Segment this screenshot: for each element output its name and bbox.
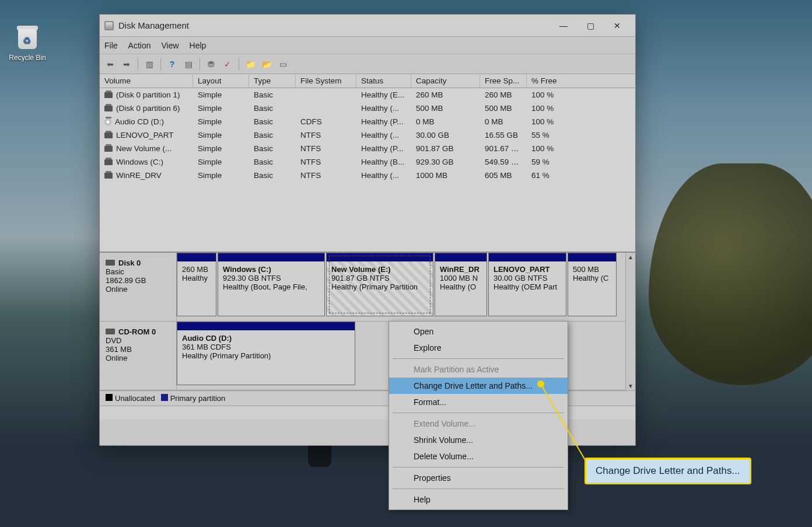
context-menu-item[interactable]: Shrink Volume... bbox=[389, 432, 568, 448]
col-filesystem[interactable]: File System bbox=[296, 74, 356, 88]
partition-bar bbox=[568, 253, 616, 261]
context-menu-item[interactable]: Explore bbox=[389, 340, 568, 356]
disk-label[interactable]: Disk 0Basic1862.89 GBOnline bbox=[100, 253, 177, 321]
col-status[interactable]: Status bbox=[356, 74, 411, 88]
toolbar-sep bbox=[138, 58, 138, 71]
menu-help[interactable]: Help bbox=[190, 41, 206, 50]
partition-bar bbox=[177, 253, 216, 261]
drive-icon bbox=[104, 92, 113, 98]
properties-icon[interactable]: ▤ bbox=[181, 57, 195, 71]
folder-up-icon[interactable]: 📁 bbox=[243, 57, 257, 71]
minimize-button[interactable]: — bbox=[550, 17, 577, 34]
back-icon[interactable]: ⬅ bbox=[103, 57, 117, 71]
drive-icon bbox=[104, 106, 113, 111]
callout-dot bbox=[537, 381, 544, 388]
partition-block[interactable]: New Volume (E:)901.87 GB NTFSHealthy (Pr… bbox=[326, 253, 433, 316]
volume-row[interactable]: (Disk 0 partition 6)SimpleBasicHealthy (… bbox=[100, 102, 635, 115]
context-menu-item[interactable]: Delete Volume... bbox=[389, 448, 568, 465]
check-icon[interactable]: ✓ bbox=[220, 57, 235, 71]
col-layout[interactable]: Layout bbox=[193, 74, 249, 88]
recycle-bin-icon: ♻ bbox=[13, 23, 41, 51]
scroll-up-icon[interactable]: ▲ bbox=[626, 253, 635, 261]
maximize-button[interactable]: ▢ bbox=[577, 17, 604, 34]
menubar: File Action View Help bbox=[100, 37, 635, 54]
titlebar[interactable]: Disk Management — ▢ ✕ bbox=[100, 15, 635, 37]
drive-icon bbox=[104, 146, 113, 152]
drive-icon bbox=[104, 132, 113, 138]
callout-box: Change Drive Letter and Paths... bbox=[584, 458, 751, 484]
toolbar-sep bbox=[200, 58, 200, 71]
volume-list: Volume Layout Type File System Status Ca… bbox=[100, 74, 635, 252]
context-menu-separator bbox=[393, 413, 564, 413]
drive-icon bbox=[104, 173, 113, 179]
disk-view-scrollbar[interactable]: ▲ ▼ bbox=[625, 253, 635, 390]
legend-primary-label: Primary partition bbox=[170, 394, 226, 403]
partition-block[interactable]: 500 MBHealthy (C bbox=[568, 253, 617, 316]
col-volume[interactable]: Volume bbox=[100, 74, 193, 88]
app-icon bbox=[104, 21, 114, 30]
forward-icon[interactable]: ➡ bbox=[120, 57, 134, 71]
partition-block[interactable]: Audio CD (D:)361 MB CDFSHealthy (Primary… bbox=[177, 322, 355, 385]
context-menu-separator bbox=[393, 467, 564, 467]
disk-icon bbox=[106, 260, 115, 266]
col-capacity[interactable]: Capacity bbox=[411, 74, 480, 88]
col-pctfree[interactable]: % Free bbox=[527, 74, 590, 88]
recycle-bin[interactable]: ♻ Recycle Bin bbox=[7, 23, 48, 62]
context-menu-item[interactable]: Format... bbox=[389, 394, 568, 410]
context-menu-item[interactable]: Open bbox=[389, 323, 568, 340]
partition-bar bbox=[327, 253, 433, 261]
disk-icon[interactable]: ⛃ bbox=[204, 57, 218, 71]
context-menu-item[interactable]: Properties bbox=[389, 470, 568, 486]
volume-row[interactable]: (Disk 0 partition 1)SimpleBasicHealthy (… bbox=[100, 88, 635, 102]
context-menu-separator bbox=[393, 358, 564, 359]
toolbar-sep bbox=[239, 58, 239, 71]
col-type[interactable]: Type bbox=[249, 74, 296, 88]
context-menu-item: Extend Volume... bbox=[389, 416, 568, 432]
context-menu: OpenExploreMark Partition as ActiveChang… bbox=[388, 321, 568, 510]
window-icon[interactable]: ▭ bbox=[276, 57, 290, 71]
callout-text: Change Drive Letter and Paths... bbox=[596, 465, 740, 476]
volume-row[interactable]: New Volume (...SimpleBasicNTFSHealthy (P… bbox=[100, 142, 635, 155]
partition-block[interactable]: WinRE_DR1000 MB NHealthy (O bbox=[435, 253, 487, 316]
scroll-down-icon[interactable]: ▼ bbox=[626, 382, 635, 390]
volume-row[interactable]: WinRE_DRVSimpleBasicNTFSHealthy (...1000… bbox=[100, 169, 635, 182]
volume-row[interactable]: Windows (C:)SimpleBasicNTFSHealthy (B...… bbox=[100, 155, 635, 169]
disk-row: Disk 0Basic1862.89 GBOnline260 MBHealthy… bbox=[100, 253, 635, 322]
recycle-bin-label: Recycle Bin bbox=[7, 54, 48, 62]
legend-unallocated-label: Unallocated bbox=[115, 394, 155, 403]
toolbar: ⬅ ➡ ▥ ? ▤ ⛃ ✓ 📁 📂 ▭ bbox=[100, 54, 635, 74]
legend-unallocated-swatch bbox=[106, 394, 113, 401]
disk-label[interactable]: CD-ROM 0DVD361 MBOnline bbox=[100, 322, 177, 390]
context-menu-item: Mark Partition as Active bbox=[389, 361, 568, 378]
legend-primary-swatch bbox=[161, 394, 168, 401]
menu-action[interactable]: Action bbox=[128, 41, 151, 50]
partition-block[interactable]: LENOVO_PART30.00 GB NTFSHealthy (OEM Par… bbox=[488, 253, 566, 316]
menu-file[interactable]: File bbox=[104, 41, 118, 50]
partition-bar bbox=[177, 322, 355, 330]
help-icon[interactable]: ? bbox=[165, 57, 179, 71]
col-free[interactable]: Free Sp... bbox=[480, 74, 527, 88]
context-menu-item[interactable]: Help bbox=[389, 491, 568, 508]
partition-bar bbox=[489, 253, 566, 261]
partition-bar bbox=[218, 253, 324, 261]
drive-icon bbox=[104, 159, 113, 165]
partition-bar bbox=[435, 253, 487, 261]
show-hide-tree-icon[interactable]: ▥ bbox=[142, 57, 156, 71]
toolbar-sep bbox=[160, 58, 161, 71]
context-menu-separator bbox=[393, 488, 564, 489]
volume-row[interactable]: LENOVO_PARTSimpleBasicNTFSHealthy (...30… bbox=[100, 128, 635, 142]
menu-view[interactable]: View bbox=[161, 41, 178, 50]
partition-block[interactable]: Windows (C:)929.30 GB NTFSHealthy (Boot,… bbox=[218, 253, 325, 316]
partition-block[interactable]: 260 MBHealthy bbox=[177, 253, 216, 316]
window-title: Disk Management bbox=[118, 20, 550, 30]
volume-list-header[interactable]: Volume Layout Type File System Status Ca… bbox=[100, 74, 635, 88]
close-button[interactable]: ✕ bbox=[604, 17, 631, 34]
disk-partitions: 260 MBHealthyWindows (C:)929.30 GB NTFSH… bbox=[177, 253, 635, 321]
disk-icon bbox=[106, 329, 115, 334]
cd-icon bbox=[104, 118, 111, 125]
folder-icon[interactable]: 📂 bbox=[260, 57, 274, 71]
volume-row[interactable]: Audio CD (D:)SimpleBasicCDFSHealthy (P..… bbox=[100, 115, 635, 128]
